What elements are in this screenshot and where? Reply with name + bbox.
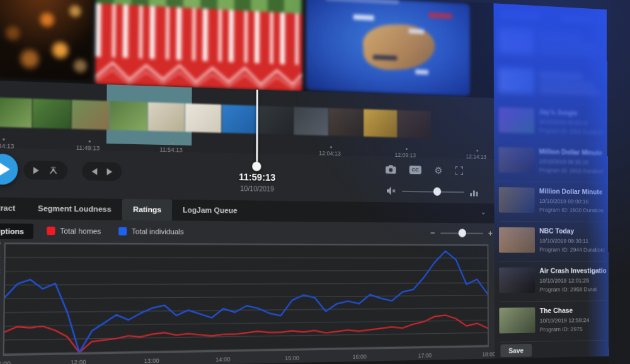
video-preview-bokeh[interactable] [0, 0, 92, 81]
legend-label: Total homes [60, 227, 101, 236]
timeline-thumbnail[interactable] [110, 101, 147, 130]
settings-gear-icon[interactable]: ⚙ [435, 166, 443, 176]
x-axis-tick-label: 11:00 [0, 360, 15, 364]
program-datetime: 10/10/2019 12:59:24 [540, 316, 607, 324]
mute-speaker-icon[interactable] [387, 186, 396, 195]
step-forward-icon[interactable] [107, 168, 113, 175]
timeline-tick-dot [89, 140, 91, 142]
volume-slider-knob[interactable] [433, 187, 441, 195]
timeline-thumbnail[interactable] [258, 106, 294, 135]
closed-captions-icon[interactable]: CC [410, 166, 421, 174]
camera-snapshot-icon[interactable] [386, 165, 396, 174]
fullscreen-icon[interactable] [455, 166, 463, 174]
program-list-item[interactable]: Air Crash Investigation10/10/2019 12:01:… [499, 265, 606, 302]
transport-controls [0, 152, 223, 192]
playhead-line[interactable] [256, 89, 258, 166]
volume-controls [387, 186, 478, 196]
tab-segment-loudness[interactable]: Segment Loudness [26, 198, 122, 220]
timeline-tick-dot [3, 139, 4, 140]
timeline-thumbnails[interactable] [0, 98, 431, 139]
timeline-thumbnail[interactable] [364, 109, 397, 137]
tab-extract[interactable]: Extract [0, 197, 26, 220]
timeline-timestamp: 11:49:13 [76, 144, 100, 152]
save-button[interactable]: Save [500, 344, 532, 357]
playback-mode-group [23, 161, 67, 180]
legend-swatch [118, 227, 127, 236]
blurred-text-bar [539, 81, 594, 86]
program-text [539, 29, 605, 55]
legend-swatch [47, 227, 55, 235]
program-thumbnail [499, 227, 535, 253]
timeline-timestamp: 11:44:13 [0, 142, 14, 150]
program-list-sidebar: Jay's Jungle10/10/2019 08:00:15Program I… [493, 3, 609, 358]
x-axis-tick-label: 17:00 [415, 352, 435, 359]
program-list-item[interactable]: Jay's Jungle10/10/2019 08:00:15Program I… [498, 105, 605, 144]
play-button[interactable] [0, 154, 18, 185]
timeline-thumbnail[interactable] [0, 98, 32, 128]
loudness-bars [96, 3, 302, 65]
program-text: Million Dollar Minute10/10/2019 09:00:16… [539, 187, 606, 213]
timeline-thumbnail[interactable] [148, 102, 185, 132]
timeline-thumbnail[interactable] [71, 100, 109, 130]
program-text: NBC Today10/10/2019 09:30:11Program ID: … [539, 227, 606, 253]
legend-item[interactable]: Total homes [47, 227, 101, 236]
program-title: Million Dollar Minute [539, 187, 606, 196]
program-text [539, 68, 605, 94]
timeline-thumbnail[interactable] [222, 105, 258, 134]
program-thumbnail [499, 307, 535, 333]
zoom-slider[interactable] [440, 232, 483, 234]
program-meta: Program ID: 2902 Duration: 00:29:4 [539, 127, 605, 135]
current-date-value: 10/10/2019 [228, 184, 286, 193]
program-list-item[interactable]: The Chase10/10/2019 12:59:24Program ID: … [499, 304, 607, 343]
legend-item[interactable]: Total individuals [118, 227, 183, 236]
timeline-timestamp: 12:09:13 [395, 152, 416, 159]
ratings-panel: Options Total homesTotal individuals − +… [0, 219, 495, 364]
zoom-out-icon[interactable]: − [430, 228, 435, 237]
options-button[interactable]: Options [0, 224, 33, 239]
timeline-thumbnail[interactable] [294, 107, 328, 136]
loudness-bars-icon[interactable] [470, 188, 478, 196]
sidebar-header-blur [561, 14, 592, 22]
timeline-thumbnail[interactable] [185, 103, 222, 133]
x-axis-tick-label: 12:00 [66, 358, 90, 364]
loudness-meter-panel[interactable] [95, 0, 302, 91]
live-antenna-icon[interactable] [49, 166, 58, 175]
zoom-in-icon[interactable]: + [488, 229, 493, 238]
current-time-display: 11:59:13 10/10/2019 [228, 171, 286, 193]
timeline-thumbnail[interactable] [329, 108, 363, 136]
program-list-item[interactable]: NBC Today10/10/2019 09:30:11Program ID: … [499, 225, 606, 262]
program-list-item[interactable] [498, 25, 605, 66]
program-thumbnail [499, 268, 535, 293]
tab-ratings[interactable]: Ratings [122, 199, 172, 221]
volume-slider[interactable] [402, 190, 464, 193]
ratings-chart-plot[interactable] [3, 242, 489, 356]
timeline-tick-dot [476, 150, 478, 152]
timeline-timestamp: 12:14:13 [466, 153, 487, 160]
chevron-down-icon[interactable]: ⌄ [481, 208, 486, 215]
timeline-tick-dot [330, 146, 332, 148]
video-preview-weather-map[interactable] [306, 0, 470, 96]
program-title: Air Crash Investigation [539, 266, 606, 274]
blurred-text-bar [539, 42, 594, 48]
y-axis-tick-label: 61.2 [0, 267, 1, 274]
blurred-text-bar [539, 49, 599, 55]
playback-rate-icon[interactable] [33, 167, 39, 174]
x-axis-tick-label: 16:00 [349, 353, 370, 360]
playhead-knob[interactable] [252, 162, 261, 171]
program-text: Air Crash Investigation10/10/2019 12:01:… [539, 266, 606, 292]
program-list-item[interactable]: Million Dollar Minute10/10/2019 08:30:15… [499, 144, 606, 183]
timeline-thumbnail[interactable] [398, 110, 431, 139]
timeline-thumbnail[interactable] [33, 99, 71, 129]
program-text: The Chase10/10/2019 12:59:24Program ID: … [540, 306, 607, 333]
blurred-text-bar [539, 33, 583, 40]
y-axis-tick-label: 81.6 [0, 239, 1, 246]
tab-logjam-queue[interactable]: LogJam Queue [172, 200, 248, 222]
program-list-item[interactable]: Million Dollar Minute10/10/2019 09:00:16… [499, 185, 606, 222]
x-axis-tick-label: 14:00 [212, 356, 234, 363]
x-axis-tick-label: 15:00 [281, 355, 302, 361]
zoom-slider-knob[interactable] [458, 229, 466, 237]
step-back-icon[interactable] [92, 168, 98, 174]
program-meta: Program ID: 2958 Durat [539, 285, 606, 293]
program-list-item[interactable] [498, 65, 605, 105]
photo-stage: 11:44:1311:49:1311:54:1312:04:1312:09:13… [0, 0, 630, 364]
